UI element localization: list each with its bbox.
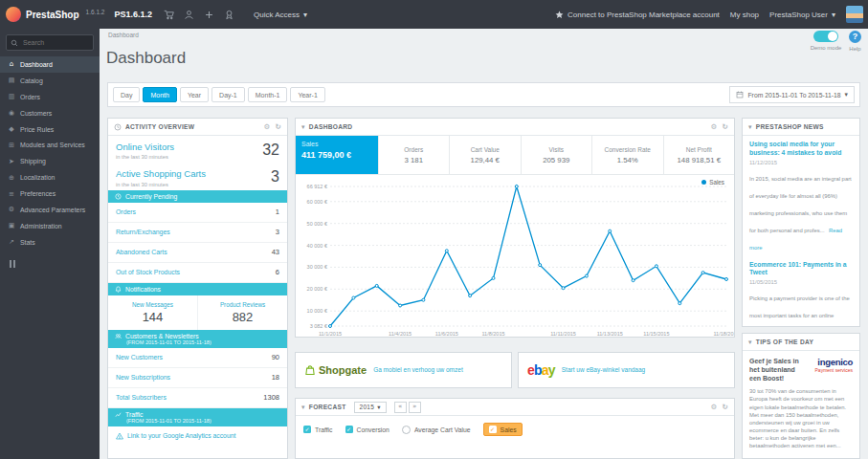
filter-year-1-button[interactable]: Year-1 — [290, 87, 324, 102]
gear-icon[interactable]: ⚙ — [710, 403, 717, 411]
filter-day-button[interactable]: Day — [113, 87, 140, 102]
collapse-panel-icon[interactable]: ▾ — [748, 123, 752, 131]
svg-text:11/18/2015: 11/18/2015 — [713, 331, 734, 337]
orders-icon: ▥ — [8, 93, 15, 100]
pending-orders-link[interactable]: Orders — [116, 208, 136, 215]
breadcrumb[interactable]: Dashboard — [108, 32, 139, 38]
sidebar-item-customers[interactable]: ◉Customers — [0, 105, 100, 121]
new-messages-cell[interactable]: New Messages 144 — [108, 295, 198, 330]
forecast-prev-button[interactable]: « — [394, 402, 407, 413]
pending-abandoned-carts-value: 43 — [272, 248, 279, 256]
quick-access-label: Quick Access — [254, 11, 300, 19]
svg-text:30 000 €: 30 000 € — [307, 264, 327, 270]
demo-mode-toggle[interactable] — [813, 31, 838, 42]
product-reviews-cell[interactable]: Product Reviews 882 — [198, 295, 287, 330]
toggle-knob — [828, 32, 837, 41]
kpi-conversion-rate[interactable]: Conversion Rate1.54% — [592, 136, 664, 174]
date-range-picker[interactable]: From 2015-11-01 To 2015-11-18 ▾ — [729, 86, 855, 103]
sidebar-item-dashboard[interactable]: ⌂Dashboard — [0, 56, 100, 73]
user-avatar[interactable] — [846, 6, 863, 23]
search-input[interactable] — [21, 38, 89, 47]
sidebar-collapse-button[interactable] — [10, 260, 90, 268]
active-carts-link[interactable]: Active Shopping Carts — [116, 169, 206, 179]
localization-icon: ⊕ — [8, 174, 15, 182]
gear-icon[interactable]: ⚙ — [710, 122, 717, 131]
date-filter-bar: Day Month Year Day-1 Month-1 Year-1 From… — [107, 82, 860, 107]
sidebar-item-preferences[interactable]: ≡Preferences — [0, 186, 100, 202]
kpi-visits[interactable]: Visits205 939 — [522, 136, 593, 174]
news-article-title-link[interactable]: Using social media for your business: 4 … — [749, 141, 853, 158]
kpi-sales[interactable]: Sales411 759,00 € — [296, 136, 379, 174]
kpi-label: Net Profit — [686, 146, 712, 153]
kpi-net-profit[interactable]: Net Profit148 918,51 € — [664, 136, 735, 174]
refresh-icon[interactable]: ↻ — [722, 403, 728, 411]
prestashop-news-panel: ▾ PRESTASHOP NEWS Using social media for… — [742, 118, 860, 327]
ebay-promo-link[interactable]: Start uw eBay-winkel vandaag — [562, 366, 645, 374]
customers-person-icon[interactable] — [184, 10, 194, 20]
sidebar-item-label: Dashboard — [20, 61, 53, 68]
collapse-panel-icon[interactable]: ▾ — [301, 404, 305, 411]
news-panel-header: ▾ PRESTASHOP NEWS — [743, 119, 859, 136]
filter-year-button[interactable]: Year — [180, 87, 209, 102]
new-customers-link[interactable]: New Customers — [116, 354, 163, 361]
user-menu[interactable]: PrestaShop User ▾ — [769, 11, 835, 19]
merchant-medal-icon[interactable] — [224, 10, 234, 20]
sidebar-item-administration[interactable]: ▣Administration — [0, 218, 100, 234]
sidebar-item-stats[interactable]: ↗Stats — [0, 234, 100, 251]
prestashop-logo[interactable]: PrestaShop 1.6.1.2 — [0, 7, 104, 22]
marketplace-connect-link[interactable]: Connect to PrestaShop Marketplace accoun… — [555, 11, 720, 19]
collapse-panel-icon[interactable]: ▾ — [301, 123, 305, 131]
bell-icon — [115, 286, 122, 293]
collapse-panel-icon[interactable]: ▾ — [748, 339, 752, 346]
sidebar-item-advanced-parameters[interactable]: ⚙Advanced Parameters — [0, 202, 100, 218]
caret-down-icon: ▾ — [377, 404, 381, 411]
sidebar-item-price-rules[interactable]: ◆Price Rules — [0, 121, 100, 138]
forecast-traffic-toggle[interactable]: ✓Traffic — [303, 426, 333, 433]
topbar-notification-icons — [164, 10, 234, 20]
my-shop-link[interactable]: My shop — [730, 11, 759, 19]
shop-name-link[interactable]: PS1.6.1.2 — [114, 10, 152, 19]
forecast-next-button[interactable]: » — [409, 402, 421, 413]
filter-month-1-button[interactable]: Month-1 — [248, 87, 288, 102]
total-subscribers-link[interactable]: Total Subscribers — [116, 394, 167, 401]
forecast-conversion-toggle[interactable]: ✓Conversion — [345, 426, 389, 433]
sidebar-item-shipping[interactable]: ➤Shipping — [0, 153, 100, 169]
sidebar-item-localization[interactable]: ⊕Localization — [0, 169, 100, 186]
sidebar-item-catalog[interactable]: ▤Catalog — [0, 73, 100, 89]
gear-icon[interactable]: ⚙ — [263, 122, 270, 131]
sidebar-search[interactable] — [6, 34, 94, 51]
new-subscriptions-link[interactable]: New Subscriptions — [116, 374, 170, 381]
news-article-title-link[interactable]: Ecommerce 101: Payments in a Tweet — [749, 261, 853, 278]
forecast-year-select[interactable]: 2015 ▾ — [354, 402, 387, 413]
kpi-orders[interactable]: Orders3 181 — [379, 136, 451, 174]
forecast-avg-cart-value-toggle[interactable]: Average Cart Value — [402, 426, 471, 434]
refresh-icon[interactable]: ↻ — [722, 122, 728, 131]
svg-text:50 000 €: 50 000 € — [307, 221, 327, 227]
help-icon[interactable]: ? — [849, 31, 861, 43]
pending-row: Orders1 — [108, 203, 287, 223]
kpi-value: 411 759,00 € — [301, 150, 351, 160]
orders-cart-icon[interactable] — [164, 10, 174, 20]
sidebar-item-label: Advanced Parameters — [20, 207, 85, 213]
caret-down-icon: ▾ — [832, 11, 835, 19]
kpi-cart-value[interactable]: Cart Value129,44 € — [450, 136, 522, 174]
add-plus-icon[interactable] — [204, 10, 214, 20]
filter-month-button[interactable]: Month — [143, 87, 176, 102]
quick-access-menu[interactable]: Quick Access ▾ — [248, 10, 313, 20]
dashboard-panel-title: DASHBOARD — [309, 123, 353, 130]
customers-row: New Subscriptions18 — [108, 368, 287, 388]
chart-legend[interactable]: Sales — [701, 179, 724, 186]
sidebar-item-orders[interactable]: ▥Orders — [0, 89, 100, 105]
pending-row: Abandoned Carts43 — [108, 243, 287, 263]
filter-day-1-button[interactable]: Day-1 — [211, 87, 245, 102]
forecast-sales-toggle[interactable]: ✓Sales — [483, 423, 523, 436]
sidebar-item-modules[interactable]: ⊞Modules and Services — [0, 137, 100, 153]
refresh-icon[interactable]: ↻ — [275, 122, 281, 131]
pending-returns-link[interactable]: Return/Exchanges — [116, 229, 170, 235]
online-visitors-link[interactable]: Online Visitors — [116, 142, 174, 152]
clock-icon — [115, 193, 122, 200]
google-analytics-link[interactable]: Link to your Google Analytics account — [108, 426, 287, 446]
shopgate-promo-link[interactable]: Ga mobiel en verhoog uw omzet — [373, 366, 463, 374]
pending-abandoned-carts-link[interactable]: Abandoned Carts — [116, 249, 167, 255]
pending-out-of-stock-link[interactable]: Out of Stock Products — [116, 269, 180, 275]
